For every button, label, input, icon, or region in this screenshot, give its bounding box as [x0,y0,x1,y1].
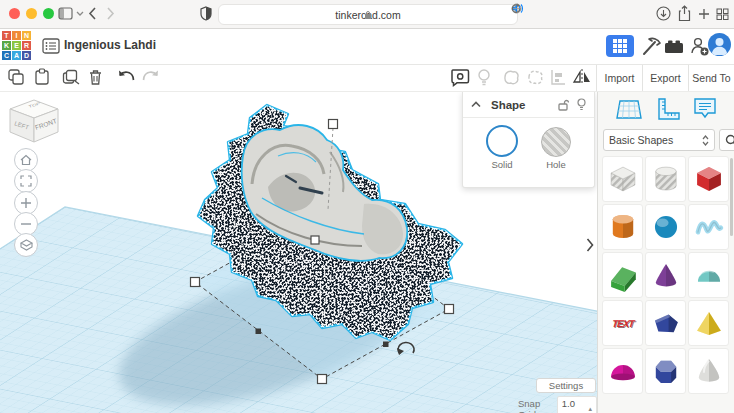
logo-cell: A [12,51,21,60]
show-all-icon[interactable] [476,68,496,88]
design-menu-icon[interactable] [42,38,60,54]
polygon-icon [649,306,683,340]
caret-up-icon: ▴ [588,405,592,413]
logo-cell: I [12,31,21,40]
perspective-icon [20,239,33,251]
shape-cone[interactable] [645,252,686,298]
shape-paraboloid[interactable] [688,348,729,394]
back-icon[interactable] [88,7,97,20]
design-canvas[interactable]: TOP LEFT FRONT [0,92,597,413]
hole-option[interactable]: Hole [541,125,571,170]
face-scale-handle[interactable] [311,236,319,244]
downloads-icon[interactable] [656,6,671,21]
shape-round-roof[interactable] [688,252,729,298]
annotation-icon[interactable] [450,68,470,88]
snap-grid-dropdown[interactable]: 1.0 mm ▴ [557,396,597,413]
edge-handle-left[interactable] [256,329,262,335]
lightbulb-icon[interactable] [577,98,586,111]
shape-pyramid[interactable] [688,300,729,346]
url-bar[interactable]: tinkercad.com [218,4,518,25]
logo-cell: T [2,31,11,40]
tab-overview-icon[interactable] [716,8,729,20]
corner-handle-bottom[interactable] [318,375,327,384]
prism-icon [649,354,683,388]
minus-icon [20,218,32,230]
design-title: Ingenious Lahdi [64,38,156,52]
raise-handle[interactable] [329,120,338,129]
view-cube[interactable]: TOP LEFT FRONT [6,96,64,148]
paste-icon[interactable] [33,68,53,88]
shape-search-button[interactable] [719,129,734,151]
workplane-tool-icon[interactable] [615,96,643,124]
copy-icon[interactable] [7,68,27,88]
collapse-panel-icon[interactable] [471,101,481,108]
box-icon [692,162,726,196]
minecraft-pickaxe-icon[interactable] [640,36,662,57]
shape-category-value: Basic Shapes [609,134,702,146]
shape-box-hole[interactable] [602,156,643,202]
logo-cell: N [22,31,31,40]
align-icon[interactable] [549,68,569,88]
logo-cell: D [22,51,31,60]
import-button[interactable]: Import [597,65,643,91]
lego-brick-icon[interactable] [664,39,684,54]
text-shape-glyph: TEXT [611,318,634,329]
cylinder-hole-icon [649,162,683,196]
browser-window: tinkercad.com [0,0,734,413]
close-window-button[interactable] [9,8,20,19]
shape-category-select[interactable]: Basic Shapes [603,129,715,151]
notes-tool-icon[interactable] [692,96,718,124]
settings-button[interactable]: Settings [536,378,596,393]
cylinder-icon [606,210,640,244]
round-roof-icon [692,258,726,292]
shape-cylinder-hole[interactable] [645,156,686,202]
ruler-tool-icon[interactable] [653,96,681,124]
box-hole-icon [606,162,640,196]
hole-swatch [541,127,571,157]
home-icon [20,154,32,166]
share-icon[interactable] [678,5,691,22]
panel-collapse-chevron[interactable] [586,238,594,252]
perspective-toggle-button[interactable] [14,233,38,257]
new-tab-icon[interactable] [698,8,710,20]
shape-roof[interactable] [602,252,643,298]
group-icon[interactable] [502,68,522,88]
shape-sphere[interactable] [645,204,686,250]
flip-icon[interactable] [572,68,592,88]
tinkercad-logo[interactable]: TINKERCAD [2,31,31,62]
apps-grid-button[interactable] [606,35,634,57]
edge-handle-right[interactable] [383,342,389,348]
lock-open-icon[interactable] [558,99,569,111]
redo-icon[interactable] [141,68,161,88]
undo-icon[interactable] [116,68,136,88]
fit-view-button[interactable] [14,169,38,193]
solid-label: Solid [486,159,518,170]
shape-box[interactable] [688,156,729,202]
roof-icon [606,258,640,292]
send-to-button[interactable]: Send To [689,65,734,91]
zoom-window-button[interactable] [43,8,54,19]
forward-icon[interactable] [106,7,115,20]
delete-icon[interactable] [87,68,107,88]
corner-handle-left[interactable] [191,278,200,287]
shape-cylinder[interactable] [602,204,643,250]
shape-polygon[interactable] [645,300,686,346]
sidebar-toggle-icon[interactable] [58,7,73,20]
invite-person-icon[interactable] [690,36,710,57]
solid-option[interactable]: Solid [486,125,518,170]
export-button[interactable]: Export [643,65,689,91]
shape-half-sphere[interactable] [602,348,643,394]
privacy-shield-icon[interactable] [200,6,212,21]
chevron-down-icon[interactable] [76,11,84,17]
reload-icon[interactable] [511,3,522,14]
corner-handle-right[interactable] [445,305,454,314]
sidebar-scrollbar[interactable] [730,158,733,236]
avatar[interactable] [708,33,731,56]
shape-scribble[interactable] [688,204,729,250]
logo-cell: C [2,51,11,60]
shape-prism[interactable] [645,348,686,394]
duplicate-icon[interactable] [62,68,82,88]
ungroup-icon[interactable] [526,68,546,88]
minimize-window-button[interactable] [26,8,37,19]
shape-text[interactable]: TEXT [602,300,643,346]
